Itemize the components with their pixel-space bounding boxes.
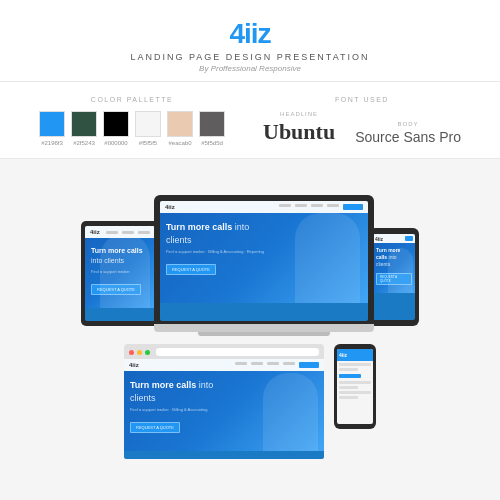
font-label: FONT USED <box>335 96 389 103</box>
laptop-hero: Turn more calls into clients Find a supp… <box>160 213 368 303</box>
info-section: COLOR PALLETTE #2196f3 #2f5243 #000000 #… <box>0 82 500 159</box>
header-section: 4iiz LANDING PAGE DESIGN PRESENTATION By… <box>0 0 500 82</box>
phone-hero: Turn more calls into clients REQUEST A Q… <box>373 243 415 293</box>
byline: By Proffessional Responsive <box>0 64 500 73</box>
logo-accent: 4 <box>229 18 244 49</box>
browser-nav: 4iiz <box>124 359 324 371</box>
phone-small-screen: 4iiz <box>337 349 373 424</box>
nav-item <box>267 362 279 365</box>
swatch-blue: #2196f3 <box>39 111 65 146</box>
laptop-screen: 4iiz Turn more calls into clients <box>160 201 368 321</box>
swatch-hex-light: #f5f5f5 <box>139 140 157 146</box>
font-headline-name: Ubuntu <box>263 119 335 145</box>
font-samples: HEADLINE Ubuntu BODY Source Sans Pro <box>263 111 461 145</box>
palette-label: COLOR PALLETTE <box>91 96 173 103</box>
laptop-nav-logo: 4iiz <box>165 204 175 210</box>
nav-item <box>235 362 247 365</box>
swatch-color-blue <box>39 111 65 137</box>
laptop-hero-text: Turn more calls into clients <box>166 221 266 246</box>
phone-small-logo: 4iiz <box>339 352 347 358</box>
phone-small-line <box>339 363 371 366</box>
swatch-gray: #5f5d5d <box>199 111 225 146</box>
laptop-nav: 4iiz <box>160 201 368 213</box>
palette-area: COLOR PALLETTE #2196f3 #2f5243 #000000 #… <box>39 96 225 146</box>
tablet-person <box>100 233 150 308</box>
browser-nav-logo: 4iiz <box>129 362 139 368</box>
laptop-person <box>295 213 360 303</box>
swatch-peach: #eacab0 <box>167 111 193 146</box>
logo: 4iiz <box>0 18 500 50</box>
nav-cta <box>343 204 363 210</box>
font-headline: HEADLINE Ubuntu <box>263 111 335 145</box>
phone-nav-cta <box>405 236 413 241</box>
swatch-hex-peach: #eacab0 <box>168 140 191 146</box>
browser-hero: Turn more calls into clients Find a supp… <box>124 371 324 451</box>
browser-nav-items <box>235 362 319 368</box>
nav-cta <box>299 362 319 368</box>
browser-hero-text: Turn more calls into clients <box>130 379 230 404</box>
swatch-hex-black: #000000 <box>104 140 127 146</box>
phone-small-line-short <box>339 386 358 389</box>
swatch-light: #f5f5f5 <box>135 111 161 146</box>
laptop-stand <box>198 332 330 336</box>
browser-minimize-dot <box>137 350 142 355</box>
phone-screen: 4iiz Turn more calls into clients REQUES… <box>373 234 415 320</box>
browser-close-dot <box>129 350 134 355</box>
laptop-screen-area: 4iiz Turn more calls into clients <box>154 195 374 324</box>
font-headline-type: HEADLINE <box>280 111 318 117</box>
phone-small-body <box>337 361 373 403</box>
phone-nav-logo: 4iiz <box>375 236 383 242</box>
font-body-type: BODY <box>398 121 419 127</box>
tablet-mockup: 4iiz Turn more calls into clients Find a… <box>81 221 159 326</box>
nav-item <box>311 204 323 207</box>
browser-cta: REQUEST A QUOTE <box>130 422 180 433</box>
font-body-name: Source Sans Pro <box>355 129 461 145</box>
tablet-screen: 4iiz Turn more calls into clients Find a… <box>85 226 155 321</box>
laptop-base <box>154 324 374 332</box>
swatch-hex-gray: #5f5d5d <box>201 140 223 146</box>
laptop-cta: REQUEST A QUOTE <box>166 264 216 275</box>
swatch-color-dark <box>71 111 97 137</box>
swatch-dark: #2f5243 <box>71 111 97 146</box>
nav-item <box>295 204 307 207</box>
swatch-color-peach <box>167 111 193 137</box>
browser-person <box>263 373 318 451</box>
font-area: FONT USED HEADLINE Ubuntu BODY Source Sa… <box>263 96 461 145</box>
browser-url-bar <box>156 348 319 356</box>
phone-small-header: 4iiz <box>337 349 373 361</box>
tablet-nav-logo: 4iiz <box>90 229 100 235</box>
laptop-mockup: 4iiz Turn more calls into clients <box>154 195 374 336</box>
desktop-browser-mockup: 4iiz Turn more calls into clients Find a… <box>124 344 324 459</box>
browser-maximize-dot <box>145 350 150 355</box>
browser-body: 4iiz Turn more calls into clients Find a… <box>124 359 324 459</box>
phone-small-line <box>339 391 371 394</box>
phone-small-line-short <box>339 368 358 371</box>
swatch-color-gray <box>199 111 225 137</box>
mockups-top-row: 4iiz Turn more calls into clients Find a… <box>10 171 490 336</box>
swatch-black: #000000 <box>103 111 129 146</box>
swatch-color-black <box>103 111 129 137</box>
nav-item <box>283 362 295 365</box>
nav-item <box>327 204 339 207</box>
swatch-color-light <box>135 111 161 137</box>
laptop-nav-items <box>279 204 363 210</box>
phone-nav: 4iiz <box>373 234 415 243</box>
nav-item <box>279 204 291 207</box>
phone-small-button <box>339 374 361 378</box>
nav-item <box>138 231 150 234</box>
mockups-section: 4iiz Turn more calls into clients Find a… <box>0 159 500 459</box>
logo-text: iiz <box>244 18 271 49</box>
subtitle: LANDING PAGE DESIGN PRESENTATION <box>0 52 500 62</box>
font-body: BODY Source Sans Pro <box>355 121 461 145</box>
phone-small-line-short <box>339 396 358 399</box>
browser-chrome <box>124 344 324 359</box>
phone-mockup: 4iiz Turn more calls into clients REQUES… <box>369 228 419 326</box>
swatches-container: #2196f3 #2f5243 #000000 #f5f5f5 #eacab0 … <box>39 111 225 146</box>
phone-person <box>388 248 413 293</box>
nav-item <box>106 231 118 234</box>
phone-small-mockup: 4iiz <box>334 344 376 429</box>
swatch-hex-blue: #2196f3 <box>41 140 63 146</box>
phone-small-line <box>339 381 371 384</box>
tablet-hero: Turn more calls into clients Find a supp… <box>85 238 155 308</box>
nav-item <box>251 362 263 365</box>
